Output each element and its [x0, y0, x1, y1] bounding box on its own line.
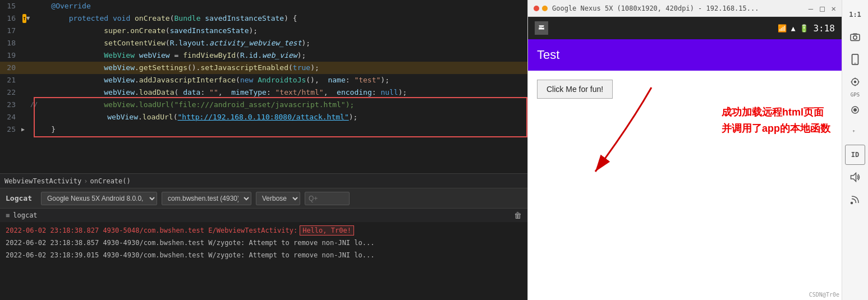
- log-text-1: 2022-06-02 23:18:38.857 4930-4930/com.bw…: [6, 239, 374, 247]
- line-arrow-25: ▶: [21, 123, 30, 136]
- signal-icon: ▲: [791, 24, 796, 33]
- device-window-title: Google Nexus 5X (1080x1920, 420dpi) - 19…: [552, 4, 804, 12]
- device-window: Google Nexus 5X (1080x1920, 420dpi) - 19…: [527, 0, 842, 300]
- line-num-25: 25: [0, 123, 21, 136]
- logcat-toolbar: Logcat Google Nexus 5X Android 8.0.0, co…: [0, 188, 527, 209]
- svg-marker-2: [852, 34, 858, 35]
- line-arrow-23: [21, 99, 30, 111]
- app-title: Test: [537, 48, 559, 62]
- click-me-button[interactable]: Click Me for fun!: [537, 80, 613, 99]
- breadcrumb-sep: ›: [84, 177, 88, 185]
- svg-point-11: [854, 81, 857, 84]
- line-number-area-18: 18: [0, 37, 34, 49]
- maximize-icon[interactable]: □: [820, 4, 824, 13]
- line-num-20: 20: [0, 62, 21, 74]
- device-side-toolbar: 1:1: [842, 0, 868, 300]
- line-num-18: 18: [0, 37, 21, 49]
- log-line-2: 2022-06-02 23:18:39.015 4930-4930/com.bw…: [0, 249, 527, 261]
- gps-icon[interactable]: [845, 72, 865, 92]
- line-number-area-23: 23 //: [0, 99, 34, 111]
- side-icon-group-settings: ⁺: [845, 122, 865, 142]
- app-bar: Test: [528, 39, 842, 71]
- code-area: 15 @Override 16 ↑ ▼ protected void onCre…: [0, 0, 527, 173]
- camera2-icon[interactable]: [845, 100, 865, 120]
- close-icon[interactable]: ✕: [832, 4, 836, 13]
- line-num-17: 17: [0, 25, 21, 37]
- line-num-24: 24: [0, 111, 21, 123]
- code-line-25: 25 ▶ }: [0, 123, 527, 136]
- phone-icon[interactable]: [845, 49, 865, 70]
- android-icon: [535, 21, 548, 35]
- volume-icon[interactable]: [845, 167, 865, 187]
- settings-icon[interactable]: ⁺: [845, 122, 865, 142]
- level-select[interactable]: Verbose: [256, 192, 300, 205]
- status-bar-left: [535, 21, 548, 35]
- device-select[interactable]: Google Nexus 5X Android 8.0.0,: [41, 192, 157, 205]
- line-content-25: }: [34, 123, 527, 136]
- minimize-dot[interactable]: [542, 6, 548, 11]
- id-icon[interactable]: ID: [845, 145, 865, 165]
- line-number-area-24: 24: [0, 111, 34, 123]
- breadcrumb-class: WebviewTestActivity: [4, 177, 81, 185]
- rss-icon[interactable]: [845, 190, 865, 210]
- logcat-equals-icon: ≡: [6, 211, 10, 219]
- side-icon-group-gps: GPS: [845, 72, 865, 98]
- log-line-0: 2022-06-02 23:18:38.827 4930-5048/com.bw…: [0, 224, 527, 237]
- logcat-panel: Logcat Google Nexus 5X Android 8.0.0, co…: [0, 188, 527, 300]
- line-number-area-16: 16 ↑ ▼: [0, 12, 34, 25]
- trash-icon[interactable]: 🗑: [514, 211, 522, 220]
- watermark: CSDN@Tr0e: [809, 292, 839, 298]
- line-number-area-21: 21: [0, 74, 34, 86]
- svg-marker-15: [851, 173, 856, 182]
- line-number-area-25: 25 ▶: [0, 123, 34, 136]
- line-number-area-22: 22: [0, 86, 34, 99]
- status-time: 3:18: [813, 23, 835, 34]
- resize-icon[interactable]: 1:1: [845, 4, 865, 25]
- svg-point-13: [854, 109, 857, 112]
- minimize-icon[interactable]: —: [809, 4, 813, 13]
- line-num-22: 22: [0, 86, 21, 99]
- side-icon-group-volume: [845, 167, 865, 187]
- logcat-section-header: ≡ logcat 🗑: [0, 209, 527, 222]
- line-num-21: 21: [0, 74, 21, 86]
- log-line-1: 2022-06-02 23:18:38.857 4930-4930/com.bw…: [0, 237, 527, 249]
- titlebar-controls: — □ ✕: [809, 4, 836, 13]
- logcat-content: 2022-06-02 23:18:38.827 4930-5048/com.bw…: [0, 222, 527, 300]
- side-icon-group-rss: [845, 190, 865, 210]
- side-icon-group-camera: [845, 27, 865, 47]
- line-badge-16: ↑: [22, 14, 26, 23]
- svg-text:⁺: ⁺: [852, 128, 856, 136]
- log-text-0: 2022-06-02 23:18:38.827 4930-5048/com.bw…: [6, 227, 297, 234]
- logcat-label: Logcat: [6, 194, 32, 202]
- package-select[interactable]: com.bwshen.test (4930): [162, 192, 251, 205]
- annotation-line2: 并调用了app的本地函数: [722, 121, 830, 137]
- annotation-line1: 成功加载远程html页面: [722, 104, 830, 121]
- battery-icon: 🔋: [800, 24, 809, 33]
- device-panel: Google Nexus 5X (1080x1920, 420dpi) - 19…: [527, 0, 868, 300]
- side-icon-group-id: ID: [845, 145, 865, 165]
- svg-rect-5: [854, 63, 856, 63]
- code-line-24: 24 webView.loadUrl("http://192.168.0.110…: [0, 111, 527, 123]
- breadcrumb-method: onCreate(): [90, 177, 131, 185]
- line-num-16: 16: [0, 12, 21, 25]
- side-icon-group-phone: [845, 49, 865, 70]
- titlebar-dots: [534, 6, 548, 11]
- line-num-19: 19: [0, 49, 21, 62]
- line-number-area-19: 19: [0, 49, 34, 62]
- line-number-area-20: 20: [0, 62, 34, 74]
- side-icon-group-cam2: [845, 100, 865, 120]
- line-number-area-17: 17: [0, 25, 34, 37]
- code-editor: 15 @Override 16 ↑ ▼ protected void onCre…: [0, 0, 527, 300]
- close-dot[interactable]: [534, 6, 539, 11]
- wifi-icon: 📶: [778, 24, 787, 33]
- device-titlebar: Google Nexus 5X (1080x1920, 420dpi) - 19…: [528, 0, 842, 17]
- status-bar-right: 📶 ▲ 🔋 3:18: [778, 23, 835, 34]
- device-status-bar: 📶 ▲ 🔋 3:18: [528, 17, 842, 39]
- app-content-wrapper: Click Me for fun! 成功加载远程html页面 并调用了app的本…: [528, 71, 842, 300]
- app-content: Click Me for fun!: [528, 71, 842, 108]
- gps-label: GPS: [851, 92, 860, 98]
- camera-icon[interactable]: [845, 27, 865, 47]
- breadcrumb: WebviewTestActivity › onCreate(): [0, 173, 527, 188]
- logcat-section-title: logcat: [13, 211, 37, 219]
- logcat-search-input[interactable]: [305, 192, 350, 205]
